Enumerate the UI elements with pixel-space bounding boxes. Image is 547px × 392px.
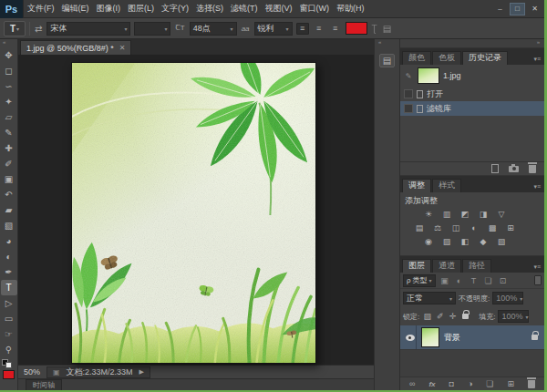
document-canvas[interactable] bbox=[71, 62, 316, 364]
menu-file[interactable]: 文件(F) bbox=[24, 0, 58, 17]
collapse-tools-icon[interactable]: « bbox=[0, 39, 5, 47]
menu-view[interactable]: 视图(V) bbox=[262, 0, 296, 17]
character-panel-toggle-icon[interactable]: ▤ bbox=[382, 24, 392, 34]
threshold-icon[interactable]: ◧ bbox=[458, 235, 472, 248]
panel-menu-icon[interactable]: ▾≡ bbox=[533, 263, 544, 273]
menu-help[interactable]: 帮助(H) bbox=[333, 0, 368, 17]
hue-saturation-icon[interactable]: ▤ bbox=[412, 222, 427, 234]
align-center-button[interactable]: ≡ bbox=[313, 23, 325, 35]
font-style-select[interactable]: ▾ bbox=[134, 22, 170, 36]
delete-layer-icon[interactable] bbox=[528, 380, 535, 388]
collapse-dock-icon[interactable]: » bbox=[537, 39, 540, 47]
history-step-open[interactable]: 打开 bbox=[400, 87, 544, 101]
menu-layer[interactable]: 图层(L) bbox=[124, 0, 158, 17]
tab-color[interactable]: 颜色 bbox=[402, 51, 431, 65]
lock-pixels-icon[interactable]: ✐ bbox=[435, 312, 445, 321]
filter-pixel-layers-icon[interactable]: ▣ bbox=[439, 276, 450, 285]
align-right-button[interactable]: ≡ bbox=[329, 23, 342, 35]
document-tab[interactable]: 1.jpg @ 50%(RGB/8#) * ✕ bbox=[20, 40, 131, 55]
menu-edit[interactable]: 编辑(E) bbox=[58, 0, 93, 17]
color-lookup-icon[interactable]: ⊞ bbox=[503, 222, 518, 234]
switch-colors-icon[interactable] bbox=[5, 362, 12, 368]
gradient-map-icon[interactable]: ▧ bbox=[494, 235, 509, 248]
minimize-button[interactable]: – bbox=[492, 3, 508, 15]
text-color-swatch[interactable] bbox=[346, 22, 367, 35]
new-adjustment-layer-icon[interactable]: ◑ bbox=[468, 379, 472, 388]
filter-adjustment-layers-icon[interactable]: ◐ bbox=[454, 276, 465, 285]
path-select-tool[interactable]: ▷ bbox=[1, 295, 17, 311]
quick-select-tool[interactable]: ✦ bbox=[1, 94, 17, 109]
healing-brush-tool[interactable]: ✚ bbox=[1, 140, 17, 156]
type-tool-preset-button[interactable]: T ▾ bbox=[4, 21, 26, 36]
anti-alias-select[interactable]: 锐利 ▾ bbox=[254, 22, 293, 36]
menu-image[interactable]: 图像(I) bbox=[93, 0, 125, 17]
panel-menu-icon[interactable]: ▾≡ bbox=[533, 183, 544, 192]
layer-filter-toggle[interactable] bbox=[534, 275, 542, 285]
blur-tool[interactable]: ◕ bbox=[1, 233, 17, 249]
channel-mixer-icon[interactable]: ▩ bbox=[485, 222, 500, 234]
brush-tool[interactable]: ✐ bbox=[1, 156, 17, 171]
exposure-icon[interactable]: ◨ bbox=[476, 208, 490, 221]
zoom-level[interactable]: 50% bbox=[24, 367, 40, 377]
lasso-tool[interactable]: ∽ bbox=[1, 78, 17, 94]
timeline-tab[interactable]: 时间轴 bbox=[26, 379, 62, 390]
new-snapshot-icon[interactable] bbox=[509, 166, 519, 172]
photo-filter-icon[interactable]: ◐ bbox=[467, 222, 481, 234]
lock-position-icon[interactable]: ✛ bbox=[448, 312, 458, 321]
history-source-checkbox[interactable] bbox=[404, 104, 413, 113]
tab-history[interactable]: 历史记录 bbox=[462, 51, 508, 65]
tab-adjustments[interactable]: 调整 bbox=[402, 179, 431, 192]
new-group-icon[interactable]: ❏ bbox=[486, 379, 493, 388]
tab-styles[interactable]: 样式 bbox=[432, 179, 461, 192]
clone-stamp-tool[interactable]: ▣ bbox=[1, 171, 17, 187]
brightness-contrast-icon[interactable]: ☀ bbox=[421, 208, 436, 221]
link-layers-icon[interactable]: ∞ bbox=[409, 379, 415, 388]
close-tab-icon[interactable]: ✕ bbox=[119, 44, 126, 52]
lock-all-icon[interactable] bbox=[462, 314, 469, 319]
history-snapshot-row[interactable]: ✎ 1.jpg bbox=[400, 65, 544, 87]
blend-mode-select[interactable]: 正常 ▾ bbox=[403, 292, 456, 304]
type-tool[interactable]: T bbox=[1, 280, 17, 295]
history-brush-tool[interactable]: ↶ bbox=[1, 187, 17, 202]
marquee-tool[interactable]: ◻ bbox=[1, 63, 17, 78]
invert-icon[interactable]: ◉ bbox=[421, 235, 436, 248]
history-step-filter-gallery[interactable]: 滤镜库 bbox=[400, 101, 544, 116]
menu-select[interactable]: 选择(S) bbox=[192, 0, 227, 17]
hand-tool[interactable]: ☞ bbox=[1, 326, 17, 342]
filter-smart-objects-icon[interactable]: ⊡ bbox=[498, 276, 509, 285]
font-size-select[interactable]: 48点 ▾ bbox=[190, 22, 237, 36]
eyedropper-tool[interactable]: ✎ bbox=[1, 125, 17, 140]
dodge-tool[interactable]: ◐ bbox=[1, 249, 17, 264]
shape-tool[interactable]: ▭ bbox=[1, 311, 17, 326]
font-family-select[interactable]: 宋体 ▾ bbox=[46, 22, 130, 36]
align-left-button[interactable]: ≡ bbox=[296, 23, 309, 35]
layer-filter-type-select[interactable]: ρ 类型 ▾ bbox=[403, 274, 436, 287]
panel-menu-icon[interactable]: ▾≡ bbox=[533, 56, 544, 65]
curves-icon[interactable]: ◩ bbox=[458, 208, 472, 221]
new-document-from-state-icon[interactable] bbox=[491, 164, 499, 173]
lock-transparent-icon[interactable]: ▨ bbox=[422, 312, 432, 321]
libraries-panel-icon[interactable]: ▤ bbox=[379, 54, 395, 67]
new-layer-icon[interactable]: ⊞ bbox=[507, 379, 514, 388]
color-balance-icon[interactable]: ⚖ bbox=[430, 222, 445, 234]
foreground-color-swatch[interactable] bbox=[3, 370, 15, 379]
filter-shape-layers-icon[interactable]: ❏ bbox=[483, 276, 494, 285]
layer-row-background[interactable]: 背景 bbox=[400, 325, 544, 349]
visibility-eye-icon[interactable] bbox=[406, 335, 415, 341]
vibrance-icon[interactable]: ▽ bbox=[494, 208, 509, 221]
selective-color-icon[interactable]: ◆ bbox=[476, 235, 490, 248]
status-arrow-icon[interactable]: ▶ bbox=[139, 368, 144, 376]
zoom-tool[interactable]: ⚲ bbox=[1, 342, 17, 357]
levels-icon[interactable]: ▥ bbox=[439, 208, 454, 221]
filter-type-layers-icon[interactable]: T bbox=[469, 276, 480, 285]
black-white-icon[interactable]: ◫ bbox=[449, 222, 463, 234]
eraser-tool[interactable]: ▰ bbox=[1, 202, 17, 218]
move-tool[interactable]: ✥ bbox=[1, 47, 17, 63]
tab-swatches[interactable]: 色板 bbox=[432, 51, 461, 65]
history-source-checkbox[interactable] bbox=[404, 89, 413, 98]
menu-window[interactable]: 窗口(W) bbox=[296, 0, 334, 17]
text-orientation-icon[interactable]: ⇄ bbox=[34, 24, 43, 34]
fill-select[interactable]: 100% ▾ bbox=[498, 310, 529, 323]
add-layer-mask-icon[interactable]: ◘ bbox=[449, 379, 454, 388]
tab-layers[interactable]: 图层 bbox=[402, 259, 431, 273]
